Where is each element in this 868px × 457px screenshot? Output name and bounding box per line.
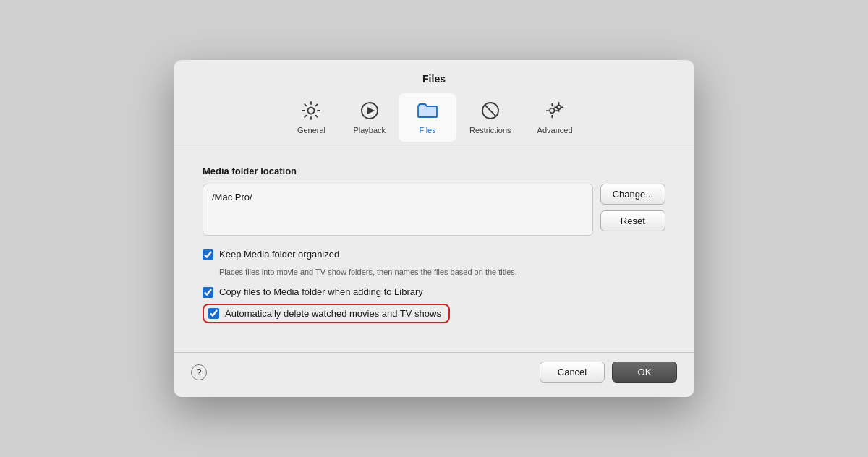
folder-icon — [416, 99, 439, 122]
dialog: Files General Playback — [174, 60, 694, 398]
tab-general[interactable]: General — [282, 93, 340, 142]
tab-general-label: General — [297, 126, 326, 134]
tab-files-label: Files — [419, 126, 435, 134]
tab-restrictions-label: Restrictions — [469, 126, 511, 134]
copy-files-checkbox[interactable] — [203, 287, 213, 298]
keep-organized-desc: Places files into movie and TV show fold… — [219, 266, 665, 278]
copy-files-row: Copy files to Media folder when adding t… — [203, 286, 665, 298]
tab-restrictions[interactable]: Restrictions — [456, 93, 524, 142]
tab-playback-label: Playback — [353, 126, 386, 134]
section-title: Media folder location — [203, 166, 665, 176]
path-row: /Mac Pro/ Change... Reset — [203, 184, 665, 236]
path-buttons: Change... Reset — [600, 184, 665, 231]
path-display: /Mac Pro/ — [203, 184, 593, 236]
keep-organized-checkbox[interactable] — [203, 249, 213, 260]
svg-marker-2 — [367, 107, 375, 114]
auto-delete-checkbox[interactable] — [208, 308, 219, 319]
copy-files-label[interactable]: Copy files to Media folder when adding t… — [219, 286, 423, 297]
bottom-right-buttons: Cancel OK — [540, 362, 677, 383]
gear-icon — [299, 99, 323, 122]
tab-files[interactable]: Files — [399, 93, 456, 142]
help-button[interactable]: ? — [191, 364, 207, 380]
auto-delete-label[interactable]: Automatically delete watched movies and … — [225, 308, 441, 319]
svg-line-4 — [485, 105, 496, 116]
bottom-bar: ? Cancel OK — [174, 352, 694, 397]
auto-delete-highlighted-row: Automatically delete watched movies and … — [203, 304, 450, 323]
play-icon — [358, 99, 381, 122]
dialog-title: Files — [174, 60, 694, 85]
toolbar: General Playback Files — [174, 85, 694, 142]
content-area: Media folder location /Mac Pro/ Change..… — [174, 148, 694, 347]
keep-organized-row: Keep Media folder organized — [203, 249, 665, 260]
restrict-icon — [479, 99, 502, 122]
gear-adv-icon — [543, 99, 566, 122]
svg-point-0 — [308, 107, 315, 114]
ok-button[interactable]: OK — [612, 362, 677, 383]
cancel-button[interactable]: Cancel — [540, 362, 605, 383]
tab-advanced[interactable]: Advanced — [524, 93, 586, 142]
keep-organized-label[interactable]: Keep Media folder organized — [219, 249, 339, 260]
svg-point-5 — [550, 108, 555, 113]
tab-playback[interactable]: Playback — [340, 93, 399, 142]
change-button[interactable]: Change... — [600, 184, 665, 205]
reset-button[interactable]: Reset — [600, 210, 665, 231]
tab-advanced-label: Advanced — [537, 126, 573, 134]
